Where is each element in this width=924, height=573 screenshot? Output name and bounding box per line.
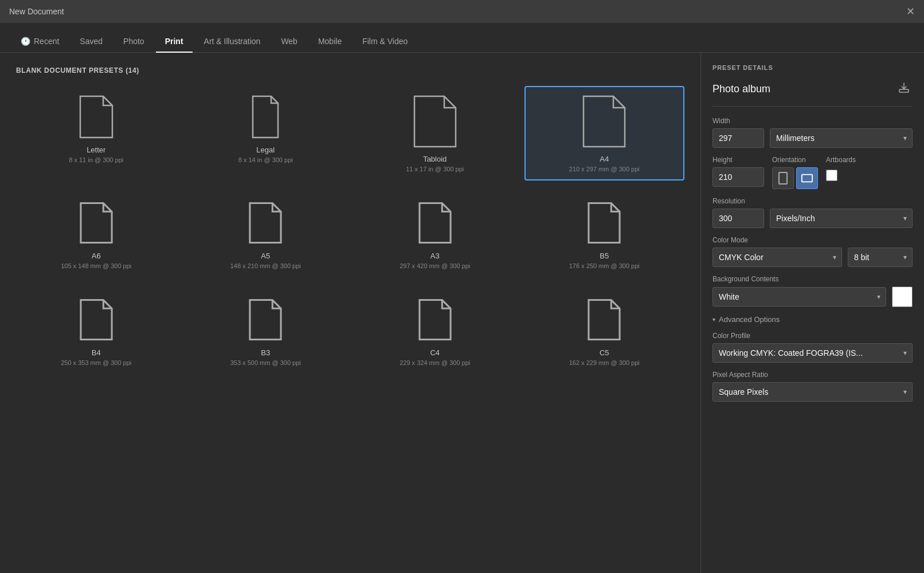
resolution-row: Pixels/Inch Pixels/Centimeter <box>712 209 913 228</box>
height-orientation-row: Height Orientation <box>712 156 913 189</box>
title-bar: New Document ✕ <box>0 0 924 23</box>
color-mode-label: Color Mode <box>712 236 913 244</box>
orientation-label: Orientation <box>772 156 818 164</box>
bg-contents-select[interactable]: White Black Background Color Transparent… <box>712 287 886 307</box>
resolution-unit-select[interactable]: Pixels/Inch Pixels/Centimeter <box>770 209 913 228</box>
presets-area: BLANK DOCUMENT PRESETS (14) Letter 8 x 1… <box>0 53 700 573</box>
advanced-options-toggle[interactable]: ▾ Advanced Options <box>712 315 913 324</box>
preset-a3[interactable]: A3 297 x 420 mm @ 300 ppi <box>355 192 515 277</box>
save-preset-button[interactable] <box>895 79 913 99</box>
resolution-field-block: Resolution Pixels/Inch Pixels/Centimeter <box>712 197 913 228</box>
width-unit-select[interactable]: Pixels Inches Centimeters Millimeters Po… <box>770 128 913 148</box>
svg-rect-0 <box>899 89 909 92</box>
portrait-button[interactable] <box>772 167 794 189</box>
color-profile-wrapper: Working CMYK: Coated FOGRA39 (IS... <box>712 343 913 363</box>
clock-icon: 🕐 <box>21 37 30 46</box>
artboards-checkbox[interactable] <box>826 170 837 181</box>
color-mode-field-block: Color Mode Bitmap Grayscale RGB Color CM… <box>712 236 913 267</box>
width-field-block: Width Pixels Inches Centimeters Millimet… <box>712 117 913 148</box>
tab-web[interactable]: Web <box>272 31 307 53</box>
doc-icon-a4 <box>581 94 627 149</box>
preset-name-input[interactable] <box>712 83 895 95</box>
new-document-dialog: New Document ✕ 🕐 Recent Saved Photo Prin… <box>0 0 924 573</box>
preset-a4[interactable]: A4 210 x 297 mm @ 300 ppi <box>524 86 685 180</box>
doc-icon-a3 <box>417 200 453 246</box>
preset-legal[interactable]: Legal 8 x 14 in @ 300 ppi <box>186 86 346 180</box>
preset-a5[interactable]: A5 148 x 210 mm @ 300 ppi <box>186 192 346 277</box>
resolution-unit-wrapper: Pixels/Inch Pixels/Centimeter <box>770 209 913 228</box>
preset-b4[interactable]: B4 250 x 353 mm @ 300 ppi <box>16 289 177 374</box>
dialog-title: New Document <box>9 7 64 16</box>
doc-icon-b4 <box>78 297 115 343</box>
orientation-field-block: Orientation <box>772 156 818 189</box>
preset-a6[interactable]: A6 105 x 148 mm @ 300 ppi <box>16 192 177 277</box>
pixel-ratio-select[interactable]: Square Pixels D1/DV NTSC (0.91) D1/DV PA… <box>712 382 913 402</box>
artboards-label: Artboards <box>826 156 856 164</box>
height-input[interactable] <box>712 167 764 187</box>
height-label: Height <box>712 156 764 164</box>
tab-saved[interactable]: Saved <box>71 31 112 53</box>
bg-contents-field-block: Background Contents White Black Backgrou… <box>712 275 913 307</box>
svg-rect-2 <box>802 175 812 182</box>
section-title: BLANK DOCUMENT PRESETS (14) <box>16 66 684 74</box>
pixel-ratio-label: Pixel Aspect Ratio <box>712 371 913 379</box>
bit-depth-wrapper: 8 bit 16 bit 32 bit <box>848 248 913 267</box>
width-unit-wrapper: Pixels Inches Centimeters Millimeters Po… <box>770 128 913 148</box>
main-content: BLANK DOCUMENT PRESETS (14) Letter 8 x 1… <box>0 53 924 573</box>
pixel-ratio-field-block: Pixel Aspect Ratio Square Pixels D1/DV N… <box>712 371 913 402</box>
doc-icon-c5 <box>586 297 622 343</box>
tab-film[interactable]: Film & Video <box>353 31 417 53</box>
save-to-cloud-icon <box>898 81 910 94</box>
close-button[interactable]: ✕ <box>906 6 915 17</box>
tab-mobile[interactable]: Mobile <box>309 31 351 53</box>
bit-depth-select[interactable]: 8 bit 16 bit 32 bit <box>848 248 913 267</box>
chevron-down-icon: ▾ <box>712 316 715 323</box>
tab-art[interactable]: Art & Illustration <box>195 31 270 53</box>
bg-contents-row: White Black Background Color Transparent… <box>712 286 913 307</box>
presets-grid: Letter 8 x 11 in @ 300 ppi Legal 8 x 14 … <box>16 86 684 374</box>
preset-details-heading: PRESET DETAILS <box>712 64 913 71</box>
doc-icon-b3 <box>247 297 284 343</box>
nav-tabs: 🕐 Recent Saved Photo Print Art & Illustr… <box>0 23 924 53</box>
preset-c4[interactable]: C4 229 x 324 mm @ 300 ppi <box>355 289 515 374</box>
doc-icon-b5 <box>586 200 622 246</box>
color-mode-row: Bitmap Grayscale RGB Color CMYK Color La… <box>712 248 913 267</box>
bg-contents-wrapper: White Black Background Color Transparent… <box>712 287 886 307</box>
preset-letter[interactable]: Letter 8 x 11 in @ 300 ppi <box>16 86 177 180</box>
bg-contents-label: Background Contents <box>712 275 913 283</box>
right-panel: PRESET DETAILS Width P <box>700 53 924 573</box>
preset-tabloid[interactable]: Tabloid 11 x 17 in @ 300 ppi <box>355 86 515 180</box>
height-field-block: Height <box>712 156 764 189</box>
tab-photo[interactable]: Photo <box>114 31 154 53</box>
color-profile-field-block: Color Profile Working CMYK: Coated FOGRA… <box>712 332 913 363</box>
width-row: Pixels Inches Centimeters Millimeters Po… <box>712 128 913 148</box>
width-input[interactable] <box>712 128 764 148</box>
landscape-icon <box>801 173 813 183</box>
orientation-button-group <box>772 167 818 189</box>
advanced-options-label: Advanced Options <box>719 315 780 324</box>
doc-icon-tabloid <box>412 94 458 149</box>
color-mode-select[interactable]: Bitmap Grayscale RGB Color CMYK Color La… <box>712 248 842 267</box>
tab-recent[interactable]: 🕐 Recent <box>11 31 68 53</box>
doc-icon-letter <box>78 94 115 140</box>
artboards-field-block: Artboards <box>826 156 856 189</box>
svg-rect-1 <box>779 172 787 184</box>
preset-name-row <box>712 79 913 107</box>
landscape-button[interactable] <box>796 167 818 189</box>
bg-color-swatch[interactable] <box>892 286 913 307</box>
doc-icon-c4 <box>417 297 453 343</box>
preset-c5[interactable]: C5 162 x 229 mm @ 300 ppi <box>524 289 685 374</box>
doc-icon-a5 <box>247 200 284 246</box>
color-profile-select[interactable]: Working CMYK: Coated FOGRA39 (IS... <box>712 343 913 363</box>
pixel-ratio-wrapper: Square Pixels D1/DV NTSC (0.91) D1/DV PA… <box>712 382 913 402</box>
preset-b3[interactable]: B3 353 x 500 mm @ 300 ppi <box>186 289 346 374</box>
portrait-icon <box>778 172 788 185</box>
preset-b5[interactable]: B5 176 x 250 mm @ 300 ppi <box>524 192 685 277</box>
doc-icon-a6 <box>78 200 115 246</box>
color-profile-label: Color Profile <box>712 332 913 340</box>
resolution-input[interactable] <box>712 209 764 228</box>
tab-print[interactable]: Print <box>156 31 193 53</box>
color-mode-wrapper: Bitmap Grayscale RGB Color CMYK Color La… <box>712 248 842 267</box>
resolution-label: Resolution <box>712 197 913 205</box>
doc-icon-legal <box>247 94 284 140</box>
